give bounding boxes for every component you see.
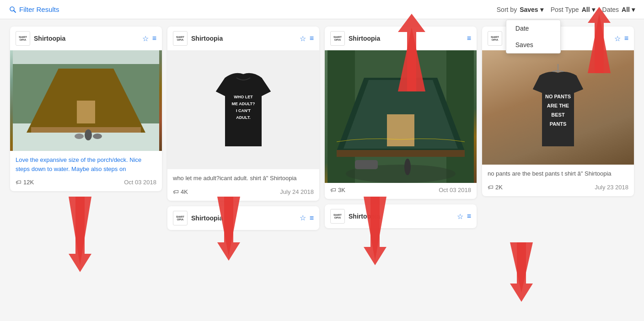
card-footer: 🏷 3K Oct 03 2018 [325, 183, 477, 199]
brand-name: Shirtoopia [191, 35, 223, 42]
dates-group: Dates All ▾ [602, 6, 635, 13]
star-icon[interactable]: ☆ [142, 34, 149, 43]
sort-by-chevron-icon: ▾ [540, 6, 543, 13]
card-description: who let me adult?icant adult. shirt â" S… [167, 169, 319, 185]
post-type-chevron-icon: ▾ [592, 6, 595, 13]
sort-by-group: Sort by Saves ▾ Date Saves [497, 6, 543, 13]
brand-info: SHiRTOPIA Shirtoopia [173, 211, 223, 225]
brand-logo: SHiRTOPIA [173, 211, 188, 225]
post-type-label: Post Type [551, 6, 579, 13]
bookmark-icon: 🏷 [16, 179, 21, 186]
page-wrapper: Filter Results Sort by Saves ▾ Date Save… [0, 0, 644, 321]
card-actions: ☆ ≡ [457, 212, 471, 221]
saves-value: 3K [338, 187, 345, 193]
menu-icon[interactable]: ≡ [624, 34, 628, 43]
svg-text:ADULT.: ADULT. [236, 115, 250, 120]
saves-count: 🏷 12K [16, 179, 34, 186]
svg-text:WHO LET: WHO LET [234, 95, 253, 99]
card-footer: 🏷 2K July 23 2018 [482, 180, 634, 196]
brand-name: Shirtoopia [191, 214, 223, 222]
card-header: SHiRTOPIA Shirtoopia ☆ ≡ [167, 27, 319, 50]
brand-info: SHiRTOPIA Shirtoopia [16, 31, 65, 46]
svg-text:ME ADULT?: ME ADULT? [232, 102, 255, 106]
star-icon[interactable]: ☆ [300, 214, 306, 222]
filter-results-button[interactable]: Filter Results [9, 5, 59, 13]
card-image [325, 50, 477, 183]
card-column-2: SHiRTOPIA Shirtoopia ☆ ≡ [165, 27, 322, 306]
card-column-3: SHiRTOPIA Shirtoopia ≡ [322, 27, 479, 306]
menu-icon[interactable]: ≡ [152, 34, 156, 43]
search-icon [9, 6, 16, 13]
card-actions: ☆ ≡ [142, 34, 156, 43]
sort-controls: Sort by Saves ▾ Date Saves Post Type All… [497, 6, 635, 13]
svg-text:I CAN'T: I CAN'T [236, 108, 251, 113]
card-footer: 🏷 4K July 24 2018 [167, 185, 319, 201]
menu-icon[interactable]: ≡ [310, 214, 314, 222]
card-image: NO PANTS ARE THE BEST PANTS [482, 50, 634, 165]
card-2-1: SHiRTOPIA Shirtoopia ☆ ≡ [167, 27, 319, 201]
post-type-value: All [582, 6, 590, 13]
svg-text:PANTS: PANTS [550, 121, 566, 127]
description-link[interactable]: Love the expansive size of the porch/dec… [16, 156, 141, 172]
bookmark-icon: 🏷 [330, 187, 336, 193]
saves-count: 🏷 4K [173, 188, 188, 195]
menu-icon[interactable]: ≡ [310, 34, 314, 43]
card-image: WHO LET ME ADULT? I CAN'T ADULT. [167, 50, 319, 169]
saves-value: 12K [23, 179, 34, 186]
brand-info: SHiRTOPIA Shirtoopia [330, 31, 380, 46]
filter-results-label: Filter Results [19, 5, 59, 13]
svg-rect-25 [355, 160, 378, 169]
card-actions: ☆ ≡ [300, 34, 314, 43]
svg-text:BEST: BEST [551, 112, 565, 118]
brand-logo: SHiRTOPIA [173, 31, 188, 46]
dropdown-item-saves[interactable]: Saves [506, 37, 560, 53]
sort-dropdown-menu: Date Saves [506, 20, 561, 54]
brand-name: Shirtoopia [349, 213, 380, 220]
card-description: Love the expansive size of the porch/dec… [10, 151, 162, 175]
star-icon[interactable]: ☆ [614, 34, 621, 43]
card-header: SHiRTOPIA Shirtoopia ☆ ≡ [325, 204, 477, 228]
card-3-1: SHiRTOPIA Shirtoopia ≡ [325, 27, 477, 199]
svg-point-11 [93, 134, 102, 139]
svg-point-9 [85, 129, 92, 140]
svg-text:ARE THE: ARE THE [547, 103, 569, 108]
card-footer: 🏷 12K Oct 03 2018 [10, 175, 162, 191]
bookmark-icon: 🏷 [173, 188, 179, 195]
card-1-1: SHiRTOPIA Shirtoopia ☆ ≡ [10, 27, 162, 191]
cards-container: SHiRTOPIA Shirtoopia ☆ ≡ [0, 19, 644, 314]
dates-button[interactable]: All ▾ [622, 6, 635, 13]
sort-by-value: Saves [520, 6, 538, 13]
brand-info: SHiRTOPIA Shirtoopia [330, 209, 380, 224]
saves-count: 🏷 3K [330, 187, 345, 193]
svg-rect-22 [337, 150, 465, 157]
card-2-2: SHiRTOPIA Shirtoopia ☆ ≡ [167, 206, 319, 230]
saves-count: 🏷 2K [488, 184, 503, 191]
card-header: SHiRTOPIA Shirtoopia ☆ ≡ [10, 27, 162, 50]
card-3-2: SHiRTOPIA Shirtoopia ☆ ≡ [325, 204, 477, 228]
card-actions: ≡ [467, 34, 471, 43]
post-type-button[interactable]: All ▾ [582, 6, 595, 13]
brand-info: SHiRTOPIA Shirtoopia [173, 31, 223, 46]
star-icon[interactable]: ☆ [457, 212, 463, 221]
dates-value: All [622, 6, 630, 13]
post-date: Oct 03 2018 [439, 187, 471, 193]
card-column-1: SHiRTOPIA Shirtoopia ☆ ≡ [7, 27, 165, 306]
svg-point-10 [75, 134, 84, 139]
star-icon[interactable]: ☆ [300, 34, 306, 43]
post-date: July 24 2018 [280, 188, 314, 195]
sort-by-label: Sort by [497, 6, 517, 13]
dates-chevron-icon: ▾ [632, 6, 635, 13]
svg-text:NO PANTS: NO PANTS [545, 94, 571, 99]
brand-logo: SHiRTOPIA [16, 31, 30, 46]
sort-by-button[interactable]: Saves ▾ [520, 6, 543, 13]
top-bar: Filter Results Sort by Saves ▾ Date Save… [0, 0, 644, 19]
bookmark-icon: 🏷 [488, 184, 494, 191]
brand-logo: SHiRTOPIA [330, 209, 345, 224]
svg-line-1 [14, 11, 16, 12]
menu-icon[interactable]: ≡ [467, 34, 471, 43]
card-actions: ☆ ≡ [614, 34, 628, 43]
menu-icon[interactable]: ≡ [467, 212, 471, 220]
svg-point-24 [404, 159, 411, 175]
dropdown-item-date[interactable]: Date [506, 20, 560, 37]
saves-value: 4K [181, 188, 188, 195]
